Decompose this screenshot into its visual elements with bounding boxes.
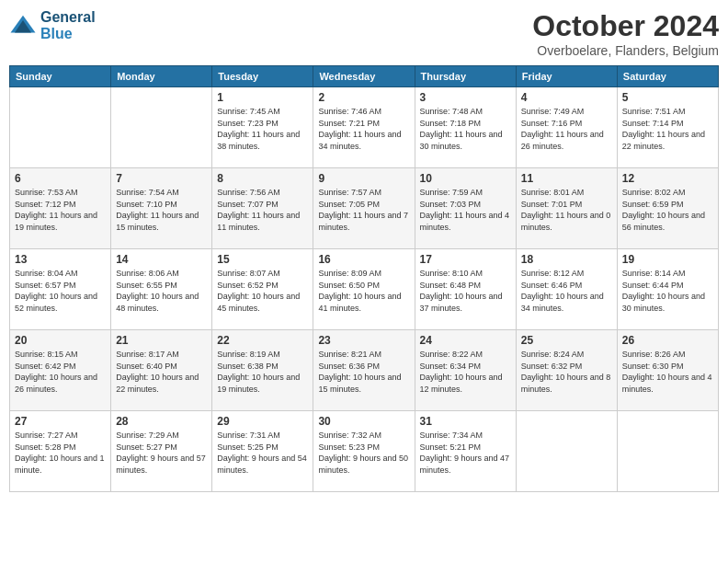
day-number: 10 (420, 172, 511, 185)
table-row: 8 Sunrise: 7:56 AMSunset: 7:07 PMDayligh… (212, 168, 313, 249)
day-number: 24 (420, 334, 511, 347)
day-detail: Sunrise: 7:57 AMSunset: 7:05 PMDaylight:… (318, 187, 409, 233)
table-row: 26 Sunrise: 8:26 AMSunset: 6:30 PMDaylig… (617, 330, 718, 411)
calendar-table: Sunday Monday Tuesday Wednesday Thursday… (9, 65, 719, 492)
day-number: 19 (622, 253, 713, 266)
col-wednesday: Wednesday (313, 66, 415, 87)
day-detail: Sunrise: 7:51 AMSunset: 7:14 PMDaylight:… (622, 106, 713, 152)
calendar-week-2: 6 Sunrise: 7:53 AMSunset: 7:12 PMDayligh… (10, 168, 719, 249)
day-detail: Sunrise: 7:48 AMSunset: 7:18 PMDaylight:… (420, 106, 511, 152)
day-detail: Sunrise: 7:49 AMSunset: 7:16 PMDaylight:… (521, 106, 612, 152)
table-row: 9 Sunrise: 7:57 AMSunset: 7:05 PMDayligh… (313, 168, 415, 249)
col-tuesday: Tuesday (212, 66, 313, 87)
day-detail: Sunrise: 8:15 AMSunset: 6:42 PMDaylight:… (15, 349, 106, 395)
day-detail: Sunrise: 8:10 AMSunset: 6:48 PMDaylight:… (420, 268, 511, 314)
table-row: 4 Sunrise: 7:49 AMSunset: 7:16 PMDayligh… (516, 87, 617, 168)
header-row: Sunday Monday Tuesday Wednesday Thursday… (10, 66, 719, 87)
table-row: 13 Sunrise: 8:04 AMSunset: 6:57 PMDaylig… (10, 249, 111, 330)
day-number: 30 (318, 415, 409, 428)
day-detail: Sunrise: 8:02 AMSunset: 6:59 PMDaylight:… (622, 187, 713, 233)
col-monday: Monday (111, 66, 212, 87)
day-detail: Sunrise: 8:06 AMSunset: 6:55 PMDaylight:… (116, 268, 207, 314)
day-number: 15 (217, 253, 308, 266)
day-number: 31 (420, 415, 511, 428)
day-detail: Sunrise: 8:22 AMSunset: 6:34 PMDaylight:… (420, 349, 511, 395)
day-number: 17 (420, 253, 511, 266)
page: General Blue October 2024 Overboelare, F… (0, 0, 728, 563)
title-block: October 2024 Overboelare, Flanders, Belg… (532, 9, 719, 58)
table-row: 7 Sunrise: 7:54 AMSunset: 7:10 PMDayligh… (111, 168, 212, 249)
table-row (111, 87, 212, 168)
table-row: 24 Sunrise: 8:22 AMSunset: 6:34 PMDaylig… (415, 330, 516, 411)
day-detail: Sunrise: 7:29 AMSunset: 5:27 PMDaylight:… (116, 430, 207, 476)
day-number: 14 (116, 253, 207, 266)
table-row: 29 Sunrise: 7:31 AMSunset: 5:25 PMDaylig… (212, 411, 313, 492)
table-row: 10 Sunrise: 7:59 AMSunset: 7:03 PMDaylig… (415, 168, 516, 249)
table-row: 5 Sunrise: 7:51 AMSunset: 7:14 PMDayligh… (617, 87, 718, 168)
col-saturday: Saturday (617, 66, 718, 87)
day-detail: Sunrise: 8:26 AMSunset: 6:30 PMDaylight:… (622, 349, 713, 395)
day-number: 12 (622, 172, 713, 185)
day-number: 2 (318, 91, 409, 104)
table-row: 27 Sunrise: 7:27 AMSunset: 5:28 PMDaylig… (10, 411, 111, 492)
logo: General Blue (9, 9, 96, 41)
logo-icon (9, 12, 37, 40)
day-detail: Sunrise: 8:04 AMSunset: 6:57 PMDaylight:… (15, 268, 106, 314)
day-number: 4 (521, 91, 612, 104)
day-detail: Sunrise: 8:19 AMSunset: 6:38 PMDaylight:… (217, 349, 308, 395)
table-row (10, 87, 111, 168)
day-number: 27 (15, 415, 106, 428)
day-detail: Sunrise: 8:17 AMSunset: 6:40 PMDaylight:… (116, 349, 207, 395)
table-row: 21 Sunrise: 8:17 AMSunset: 6:40 PMDaylig… (111, 330, 212, 411)
day-number: 8 (217, 172, 308, 185)
calendar-week-5: 27 Sunrise: 7:27 AMSunset: 5:28 PMDaylig… (10, 411, 719, 492)
day-detail: Sunrise: 7:27 AMSunset: 5:28 PMDaylight:… (15, 430, 106, 476)
table-row: 20 Sunrise: 8:15 AMSunset: 6:42 PMDaylig… (10, 330, 111, 411)
month-title: October 2024 (532, 9, 719, 43)
table-row: 11 Sunrise: 8:01 AMSunset: 7:01 PMDaylig… (516, 168, 617, 249)
day-number: 21 (116, 334, 207, 347)
table-row: 17 Sunrise: 8:10 AMSunset: 6:48 PMDaylig… (415, 249, 516, 330)
day-detail: Sunrise: 7:59 AMSunset: 7:03 PMDaylight:… (420, 187, 511, 233)
day-number: 22 (217, 334, 308, 347)
table-row: 16 Sunrise: 8:09 AMSunset: 6:50 PMDaylig… (313, 249, 415, 330)
subtitle: Overboelare, Flanders, Belgium (532, 43, 719, 58)
day-detail: Sunrise: 8:09 AMSunset: 6:50 PMDaylight:… (318, 268, 409, 314)
table-row: 18 Sunrise: 8:12 AMSunset: 6:46 PMDaylig… (516, 249, 617, 330)
day-number: 25 (521, 334, 612, 347)
day-detail: Sunrise: 7:32 AMSunset: 5:23 PMDaylight:… (318, 430, 409, 476)
table-row: 15 Sunrise: 8:07 AMSunset: 6:52 PMDaylig… (212, 249, 313, 330)
day-detail: Sunrise: 8:07 AMSunset: 6:52 PMDaylight:… (217, 268, 308, 314)
day-number: 20 (15, 334, 106, 347)
table-row: 3 Sunrise: 7:48 AMSunset: 7:18 PMDayligh… (415, 87, 516, 168)
day-number: 11 (521, 172, 612, 185)
day-detail: Sunrise: 7:53 AMSunset: 7:12 PMDaylight:… (15, 187, 106, 233)
table-row: 23 Sunrise: 8:21 AMSunset: 6:36 PMDaylig… (313, 330, 415, 411)
table-row: 22 Sunrise: 8:19 AMSunset: 6:38 PMDaylig… (212, 330, 313, 411)
table-row (617, 411, 718, 492)
day-number: 7 (116, 172, 207, 185)
day-number: 16 (318, 253, 409, 266)
day-detail: Sunrise: 7:46 AMSunset: 7:21 PMDaylight:… (318, 106, 409, 152)
day-number: 1 (217, 91, 308, 104)
table-row: 28 Sunrise: 7:29 AMSunset: 5:27 PMDaylig… (111, 411, 212, 492)
header: General Blue October 2024 Overboelare, F… (9, 9, 719, 58)
day-detail: Sunrise: 7:54 AMSunset: 7:10 PMDaylight:… (116, 187, 207, 233)
day-detail: Sunrise: 8:14 AMSunset: 6:44 PMDaylight:… (622, 268, 713, 314)
logo-text: General Blue (40, 9, 96, 41)
day-number: 29 (217, 415, 308, 428)
day-number: 6 (15, 172, 106, 185)
day-number: 18 (521, 253, 612, 266)
day-detail: Sunrise: 7:56 AMSunset: 7:07 PMDaylight:… (217, 187, 308, 233)
table-row (516, 411, 617, 492)
day-detail: Sunrise: 7:31 AMSunset: 5:25 PMDaylight:… (217, 430, 308, 476)
day-number: 3 (420, 91, 511, 104)
day-number: 9 (318, 172, 409, 185)
table-row: 1 Sunrise: 7:45 AMSunset: 7:23 PMDayligh… (212, 87, 313, 168)
calendar-week-1: 1 Sunrise: 7:45 AMSunset: 7:23 PMDayligh… (10, 87, 719, 168)
day-number: 5 (622, 91, 713, 104)
table-row: 19 Sunrise: 8:14 AMSunset: 6:44 PMDaylig… (617, 249, 718, 330)
col-thursday: Thursday (415, 66, 516, 87)
table-row: 31 Sunrise: 7:34 AMSunset: 5:21 PMDaylig… (415, 411, 516, 492)
col-friday: Friday (516, 66, 617, 87)
